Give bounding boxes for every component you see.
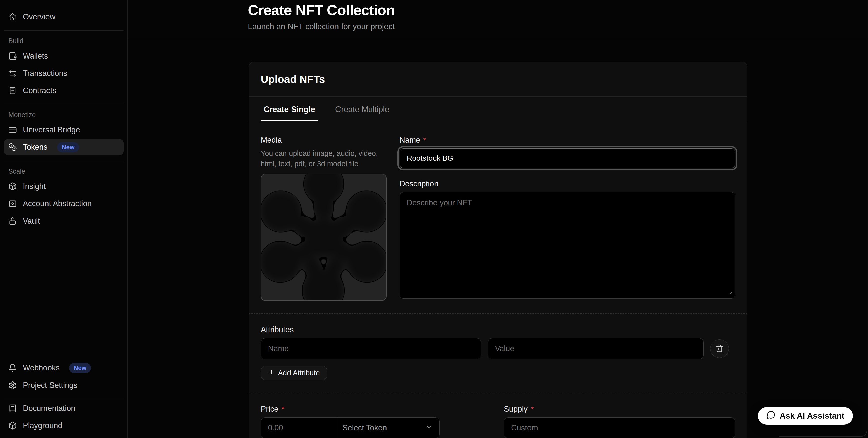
- ask-ai-assistant-label: Ask AI Assistant: [779, 411, 844, 421]
- sidebar-item-project-settings[interactable]: Project Settings: [4, 377, 124, 393]
- sidebar-item-label: Account Abstraction: [23, 199, 92, 208]
- account-abstraction-icon: [8, 199, 17, 208]
- settings-icon: [8, 381, 17, 390]
- sidebar-item-label: Vault: [23, 216, 40, 226]
- wallet-icon: [8, 52, 17, 60]
- supply-input[interactable]: [504, 417, 735, 438]
- resize-handle-icon[interactable]: [726, 289, 733, 296]
- ask-ai-assistant-button[interactable]: Ask AI Assistant: [758, 407, 853, 425]
- price-field: Price * Select Token: [261, 404, 492, 438]
- sidebar-item-label: Transactions: [23, 69, 67, 78]
- sidebar-bottom: WebhooksNewProject SettingsDocumentation…: [0, 359, 127, 435]
- chat-bubble-icon: [767, 410, 776, 422]
- price-supply-section: Price * Select Token: [261, 404, 735, 438]
- required-asterisk: *: [423, 135, 426, 145]
- media-section: Media You can upload image, audio, video…: [261, 135, 386, 301]
- supply-field: Supply *: [504, 404, 735, 438]
- sidebar-section-label: Build: [8, 37, 127, 45]
- token-select[interactable]: Select Token: [336, 418, 439, 438]
- supply-label: Supply *: [504, 404, 735, 414]
- section-divider: [249, 393, 747, 393]
- sidebar-item-label: Documentation: [23, 404, 75, 413]
- card-body: Media You can upload image, audio, video…: [249, 121, 747, 438]
- tokens-icon: [8, 143, 17, 151]
- sidebar-item-tokens[interactable]: TokensNew: [4, 139, 124, 155]
- attributes-label-text: Attributes: [261, 325, 294, 335]
- price-label: Price *: [261, 404, 492, 414]
- sidebar-item-wallets[interactable]: Wallets: [4, 48, 124, 64]
- sidebar-item-vault[interactable]: Vault: [4, 213, 124, 229]
- new-badge: New: [69, 363, 91, 373]
- name-description-section: Name * Description: [400, 135, 735, 301]
- page-header: Create NFT Collection Launch an NFT coll…: [128, 0, 868, 40]
- sidebar-item-label: Tokens: [23, 143, 48, 152]
- sidebar-nav: OverviewBuildWalletsTransactionsContract…: [0, 7, 127, 230]
- description-label: Description: [400, 179, 735, 189]
- attribute-name-input[interactable]: [261, 338, 481, 359]
- required-asterisk: *: [531, 404, 534, 414]
- price-label-text: Price: [261, 404, 279, 414]
- sidebar-item-documentation[interactable]: Documentation: [4, 400, 124, 416]
- name-label: Name *: [400, 135, 735, 145]
- attribute-row: [261, 338, 735, 359]
- docs-icon: [8, 404, 17, 413]
- trash-icon: [715, 344, 723, 353]
- sidebar-section-label: Monetize: [8, 111, 127, 119]
- description-input[interactable]: [400, 192, 735, 299]
- main-content: Create NFT Collection Launch an NFT coll…: [128, 0, 868, 438]
- contracts-icon: [8, 87, 17, 95]
- sidebar-divider: [4, 30, 123, 31]
- attributes-label: Attributes: [261, 325, 735, 335]
- sidebar: OverviewBuildWalletsTransactionsContract…: [0, 0, 128, 438]
- chevron-down-icon: [425, 423, 433, 433]
- sidebar-item-contracts[interactable]: Contracts: [4, 82, 124, 99]
- page-title: Create NFT Collection: [248, 1, 868, 18]
- plus-icon: [268, 369, 275, 377]
- page-subtitle: Launch an NFT collection for your projec…: [248, 22, 868, 31]
- sidebar-item-transactions[interactable]: Transactions: [4, 65, 124, 81]
- tab-create-single[interactable]: Create Single: [261, 97, 318, 121]
- delete-attribute-button[interactable]: [710, 339, 729, 358]
- vault-icon: [8, 217, 17, 225]
- price-amount-input[interactable]: [261, 418, 336, 438]
- sidebar-item-label: Overview: [23, 12, 55, 21]
- add-attribute-button[interactable]: Add Attribute: [261, 366, 327, 380]
- sidebar-item-label: Wallets: [23, 52, 48, 61]
- card-header: Upload NFTs: [249, 62, 747, 97]
- description-label-text: Description: [400, 179, 438, 189]
- sidebar-section-label: Scale: [8, 168, 127, 175]
- add-attribute-label: Add Attribute: [278, 369, 320, 377]
- sidebar-item-account-abstraction[interactable]: Account Abstraction: [4, 196, 124, 212]
- attributes-section: Attributes: [261, 325, 735, 380]
- sidebar-item-universal-bridge[interactable]: Universal Bridge: [4, 122, 124, 138]
- sidebar-item-label: Insight: [23, 182, 46, 191]
- token-select-value: Select Token: [343, 424, 387, 433]
- price-input-group: Select Token: [261, 417, 439, 438]
- sidebar-item-label: Project Settings: [23, 381, 78, 390]
- transactions-icon: [8, 69, 17, 78]
- sidebar-item-overview[interactable]: Overview: [4, 9, 124, 25]
- tab-create-multiple[interactable]: Create Multiple: [332, 97, 392, 121]
- new-badge: New: [57, 142, 79, 153]
- media-label: Media: [261, 135, 386, 145]
- blob-pattern-image: [261, 297, 386, 301]
- home-icon: [8, 12, 17, 21]
- playground-icon: [8, 422, 17, 430]
- sidebar-item-label: Universal Bridge: [23, 125, 80, 134]
- media-upload-preview[interactable]: [261, 173, 386, 301]
- sidebar-item-playground[interactable]: Playground: [4, 418, 124, 434]
- insight-icon: [8, 182, 17, 191]
- sidebar-item-label: Contracts: [23, 86, 56, 95]
- sidebar-item-webhooks[interactable]: WebhooksNew: [4, 360, 124, 376]
- content-area: Upload NFTs Create Single Create Multipl…: [128, 40, 868, 438]
- sidebar-divider: [4, 161, 123, 161]
- required-asterisk: *: [281, 404, 284, 414]
- sidebar-item-insight[interactable]: Insight: [4, 178, 124, 194]
- section-divider: [249, 313, 747, 314]
- name-input[interactable]: [400, 148, 735, 168]
- card-title: Upload NFTs: [261, 73, 735, 86]
- attribute-value-input[interactable]: [488, 338, 704, 359]
- upload-nfts-card: Upload NFTs Create Single Create Multipl…: [249, 62, 747, 438]
- media-helper: You can upload image, audio, video, html…: [261, 148, 386, 169]
- sidebar-item-label: Playground: [23, 421, 62, 430]
